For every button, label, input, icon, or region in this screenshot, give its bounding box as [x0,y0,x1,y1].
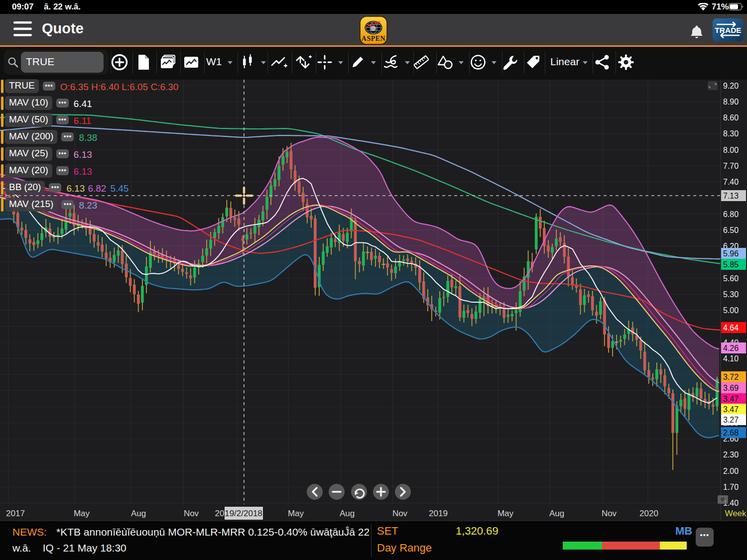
svg-text:2019: 2019 [429,509,448,518]
svg-text:Aug: Aug [549,509,564,518]
svg-text:2.68: 2.68 [723,429,739,437]
svg-text:8.60: 8.60 [723,113,739,122]
svg-text:2.00: 2.00 [723,467,739,475]
svg-text:8.90: 8.90 [723,98,739,106]
svg-text:2.30: 2.30 [723,450,739,459]
svg-text:Nov: Nov [602,509,617,518]
svg-text:May: May [74,509,90,518]
svg-text:5.85: 5.85 [723,260,739,269]
svg-text:3.27: 3.27 [723,416,739,424]
svg-text:May: May [288,509,304,518]
svg-text:4.10: 4.10 [723,354,739,363]
svg-text:Nov: Nov [392,509,408,518]
svg-text:5.60: 5.60 [723,274,739,283]
svg-text:7.13: 7.13 [723,192,739,200]
svg-text:3.69: 3.69 [723,384,739,392]
svg-text:4.64: 4.64 [723,324,739,332]
svg-text:7.70: 7.70 [723,162,739,170]
svg-text:19/2/2018: 19/2/2018 [225,509,262,518]
svg-text:7.40: 7.40 [723,178,739,186]
svg-text:3.47: 3.47 [723,405,739,414]
svg-text:9.20: 9.20 [723,82,739,90]
svg-text:TRADE: TRADE [715,26,741,34]
svg-text:20: 20 [215,509,225,518]
svg-text:5.30: 5.30 [723,290,739,299]
svg-text:5.96: 5.96 [723,249,739,258]
svg-text:8.30: 8.30 [723,129,739,138]
svg-text:5.00: 5.00 [723,306,739,315]
svg-text:Aug: Aug [131,509,146,518]
svg-text:1.70: 1.70 [723,483,739,491]
svg-text:Week: Week [725,509,747,518]
svg-text:3.47: 3.47 [723,395,739,403]
svg-text:ASPEN: ASPEN [362,35,385,42]
svg-text:6.50: 6.50 [723,226,739,234]
svg-text:Nov: Nov [184,509,199,518]
svg-text:8.00: 8.00 [723,146,739,154]
svg-text:3.72: 3.72 [723,373,739,381]
svg-text:May: May [498,509,514,518]
svg-text:4.26: 4.26 [723,344,739,352]
svg-text:6.80: 6.80 [723,210,739,219]
svg-text:Aug: Aug [340,509,355,518]
svg-text:2020: 2020 [639,509,658,518]
svg-text:2017: 2017 [6,509,25,518]
